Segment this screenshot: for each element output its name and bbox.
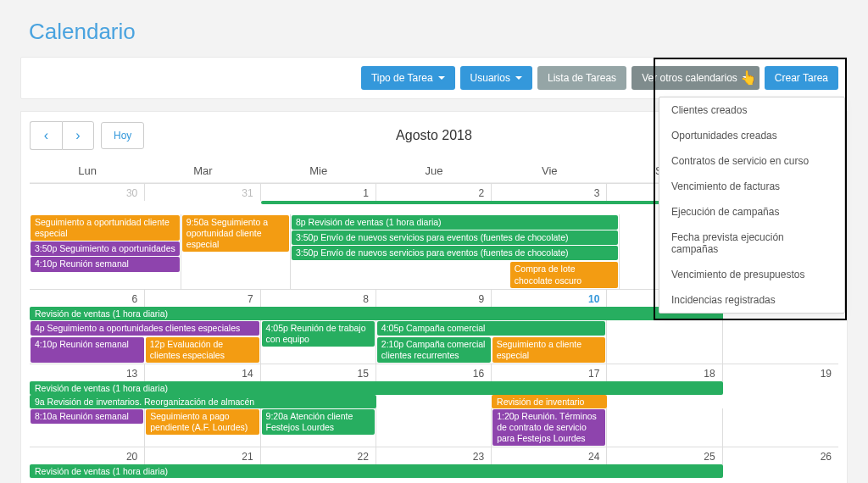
day-number: 22 [261, 447, 376, 464]
day-cell[interactable]: 13 [30, 364, 145, 381]
day-number: 15 [261, 364, 376, 381]
day-number: 3 [492, 184, 606, 201]
event-span[interactable]: Revisión de inventario [492, 395, 607, 408]
task-list-label: Lista de Tareas [548, 72, 616, 84]
chevron-right-icon: › [75, 128, 80, 143]
event[interactable]: 4:10p Reunión semanal [31, 337, 144, 363]
day-cell[interactable]: 17 [492, 364, 607, 381]
event[interactable]: 3:50p Envío de nuevos servicios para eve… [292, 246, 618, 260]
day-cell[interactable]: 25 [607, 447, 722, 464]
dow-label: Vie [492, 159, 607, 183]
day-number: 31 [145, 184, 259, 201]
day-number: 8 [261, 290, 376, 307]
prev-month-button[interactable]: ‹ [30, 121, 62, 150]
next-month-button[interactable]: › [62, 121, 94, 150]
dropdown-item[interactable]: Incidencias registradas [659, 287, 844, 313]
day-number: 7 [145, 290, 259, 307]
day-number: 16 [376, 364, 491, 381]
day-number: 10 [492, 290, 606, 307]
other-calendars-dropdown[interactable]: Ver otros calendarios [632, 66, 760, 90]
other-calendars-menu: Clientes creados Oportunidades creadas C… [659, 97, 845, 314]
day-cell[interactable]: 9 [376, 290, 492, 307]
event-span[interactable]: Revisión de ventas (1 hora diaria) [30, 307, 723, 320]
other-calendars-label: Ver otros calendarios [642, 72, 737, 84]
event[interactable]: Seguimiento a pago pendiente (A.F. Lourd… [146, 409, 259, 435]
day-cell[interactable]: 21 [145, 447, 260, 464]
chevron-down-icon [743, 76, 749, 80]
day-cell[interactable]: 19 [723, 364, 838, 381]
day-cell[interactable]: 1 [261, 184, 376, 201]
event-span[interactable]: Revisión de ventas (1 hora diaria) [30, 464, 723, 478]
event-span[interactable]: Revisión de ventas (1 hora diaria) [30, 381, 723, 395]
day-number: 30 [30, 184, 144, 201]
day-cell[interactable]: 30 [30, 184, 145, 201]
day-cell[interactable]: 26 [723, 447, 838, 464]
event[interactable]: 8p Revisión de ventas (1 hora diaria) [292, 215, 618, 230]
day-number: 18 [607, 364, 721, 381]
event[interactable]: 9:50a Seguimiento a oportunidad cliente … [182, 215, 289, 252]
day-cell[interactable]: 8 [261, 290, 376, 307]
week-row: 13 14 15 16 17 18 19 [30, 364, 838, 381]
day-cell[interactable]: 15 [261, 364, 376, 381]
day-number: 9 [376, 290, 491, 307]
event[interactable]: 4:05p Reunión de trabajo con equipo [262, 321, 375, 347]
event[interactable]: 4:10p Reunión semanal [31, 257, 180, 271]
chevron-down-icon [438, 76, 445, 80]
page-title: Calendario [20, 0, 848, 57]
event[interactable]: Seguimiento a oportunidad cliente especi… [31, 215, 180, 241]
dow-label: Mar [145, 159, 260, 183]
task-list-button[interactable]: Lista de Tareas [537, 66, 626, 90]
event[interactable]: 3:50p Seguimiento a oportunidades [31, 242, 180, 256]
day-cell[interactable]: 6 [30, 290, 145, 307]
day-number: 20 [30, 447, 144, 464]
day-number: 1 [261, 184, 376, 201]
day-number: 14 [145, 364, 259, 381]
day-cell[interactable]: 3 [492, 184, 607, 201]
event[interactable]: 9:20a Atención cliente Festejos Lourdes [262, 409, 375, 435]
day-cell[interactable]: 14 [145, 364, 260, 381]
dropdown-item[interactable]: Clientes creados [659, 97, 844, 123]
day-number: 25 [607, 447, 721, 464]
day-cell[interactable]: 22 [261, 447, 376, 464]
day-cell[interactable]: 7 [145, 290, 260, 307]
dropdown-item[interactable]: Contratos de servicio en curso [659, 148, 844, 174]
users-label: Usuarios [470, 72, 510, 84]
day-number: 2 [376, 184, 491, 201]
event[interactable]: 1:20p Reunión. Términos de contrato de s… [492, 409, 605, 446]
dropdown-item[interactable]: Vencimiento de facturas [659, 174, 844, 199]
create-task-label: Crear Tarea [775, 72, 828, 84]
event[interactable]: 3:50p Envío de nuevos servicios para eve… [292, 230, 618, 245]
day-cell[interactable]: 10 [492, 290, 607, 307]
event[interactable]: 4p Seguimiento a oportunidades clientes … [31, 321, 259, 336]
day-cell[interactable]: 18 [607, 364, 722, 381]
event[interactable]: 4:05p Campaña comercial [377, 321, 606, 336]
task-type-dropdown[interactable]: Tipo de Tarea [361, 66, 455, 90]
day-number: 17 [492, 364, 606, 381]
week-row: 20 21 22 23 24 25 26 [30, 447, 838, 464]
create-task-button[interactable]: Crear Tarea [765, 66, 838, 90]
event-span[interactable]: 9a Revisión de inventarios. Reorganizaci… [30, 395, 376, 408]
dow-label: Mie [261, 159, 376, 183]
event[interactable]: 2:10p Campaña comercial clientes recurre… [377, 337, 491, 363]
event[interactable]: 8:10a Reunión semanal [31, 409, 143, 424]
day-cell[interactable]: 31 [145, 184, 260, 201]
event[interactable]: Compra de lote chocolate oscuro [510, 262, 618, 287]
event[interactable]: Seguimiento a cliente especial [492, 337, 606, 363]
event[interactable]: 12p Evaluación de clientes especiales [146, 337, 259, 363]
dropdown-item[interactable]: Ejecución de campañas [659, 199, 844, 225]
day-cell[interactable]: 16 [376, 364, 492, 381]
day-cell[interactable]: 2 [376, 184, 492, 201]
week-bands: Revisión de ventas (1 hora diaria) [30, 464, 838, 478]
dropdown-item[interactable]: Oportunidades creadas [659, 123, 844, 148]
day-number: 19 [723, 364, 838, 381]
day-number: 24 [492, 447, 606, 464]
dropdown-item[interactable]: Vencimiento de presupuestos [659, 262, 844, 287]
users-dropdown[interactable]: Usuarios [460, 66, 532, 90]
dropdown-item[interactable]: Fecha prevista ejecución campañas [659, 225, 844, 262]
today-button[interactable]: Hoy [101, 122, 144, 149]
dow-label: Jue [376, 159, 492, 183]
day-cell[interactable]: 23 [376, 447, 492, 464]
week-bands: Revisión de ventas (1 hora diaria) 9a Re… [30, 381, 838, 408]
day-cell[interactable]: 20 [30, 447, 145, 464]
day-cell[interactable]: 24 [492, 447, 607, 464]
